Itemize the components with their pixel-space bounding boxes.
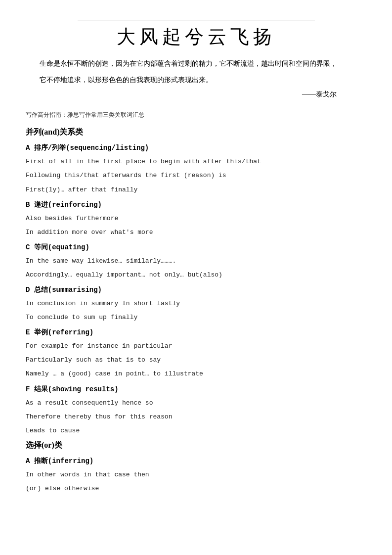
content-line-0-3-0: In conclusion in summary In short lastly <box>26 298 366 309</box>
content-line-0-0-2: First(ly)… after that finally <box>26 185 366 195</box>
content-line-1-0-0: In other words in that case then <box>26 469 366 480</box>
subsection-title-0-4: E 举例(referring) <box>26 328 366 337</box>
content-line-0-5-2: Leads to cause <box>26 425 366 436</box>
section-title-0: 并列(and)关系类 <box>26 127 366 138</box>
section-0: 并列(and)关系类A 排序/列举(sequencing/listing)Fir… <box>26 127 366 436</box>
content-line-0-0-0: First of all in the first place to begin… <box>26 156 366 167</box>
section-1: 选择(or)类A 推断(inferring)In other words in … <box>26 440 366 494</box>
main-title: 大风起兮云飞扬 <box>26 24 366 49</box>
content-line-0-1-0: Also besides furthermore <box>26 213 366 224</box>
content-line-0-4-2: Namely … a (good) case in point… to illu… <box>26 369 366 379</box>
subsection-title-0-1: B 递进(reinforcing) <box>26 200 366 209</box>
content-line-0-4-0: For example for instance in particular <box>26 341 366 352</box>
content-line-0-0-1: Following this/that afterwards the first… <box>26 170 366 181</box>
content-line-0-4-1: Particularly such as that is to say <box>26 355 366 366</box>
subsection-title-0-2: C 等同(equating) <box>26 243 366 252</box>
subsection-title-0-5: F 结果(showing results) <box>26 385 366 394</box>
section-title-1: 选择(or)类 <box>26 440 366 451</box>
subsection-title-0-3: D 总结(summarising) <box>26 285 366 294</box>
subsection-title-1-0: A 推断(inferring) <box>26 457 366 465</box>
subsection-title-0-0: A 排序/列举(sequencing/listing) <box>26 143 366 152</box>
quote-line1: 生命是永恒不断的创造，因为在它内部蕴含着过剩的精力，它不断流溢，越出时间和空间的… <box>26 57 366 70</box>
guide-label: 写作高分指南：雅思写作常用三类关联词汇总 <box>26 111 366 119</box>
content-line-0-3-1: To conclude to sum up finally <box>26 312 366 323</box>
content-line-0-5-0: As a result consequently hence so <box>26 398 366 409</box>
quote-line2: 它不停地追求，以形形色色的自我表现的形式表现出来。 <box>26 74 366 86</box>
content-line-0-5-1: Therefore thereby thus for this reason <box>26 412 366 422</box>
content-line-0-2-1: Accordingly… equally important… not only… <box>26 270 366 280</box>
header-line <box>78 20 315 20</box>
content-line-0-2-0: In the same way likewise… similarly………. <box>26 256 366 267</box>
content-line-0-1-1: In addition more over what's more <box>26 227 366 238</box>
content-line-1-0-1: (or) else otherwise <box>26 483 366 494</box>
quote-author: ——泰戈尔 <box>26 90 366 99</box>
